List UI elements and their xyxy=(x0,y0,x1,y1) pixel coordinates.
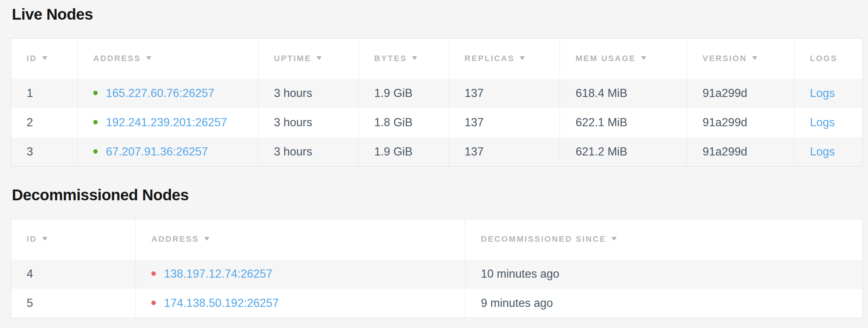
column-header-label: MEM USAGE xyxy=(576,54,636,63)
cell-replicas: 137 xyxy=(449,108,560,137)
decommissioned-nodes-section: Decommissioned Nodes ID ADDRESS DECOMMIS… xyxy=(11,186,862,318)
sort-caret-icon xyxy=(146,56,151,60)
decommissioned-status-dot-icon xyxy=(151,271,156,276)
cell-mem-usage: 618.4 MiB xyxy=(560,79,687,108)
column-header-replicas[interactable]: REPLICAS xyxy=(449,39,560,79)
sort-caret-icon xyxy=(316,56,322,60)
column-header-bytes[interactable]: BYTES xyxy=(359,39,449,79)
live-nodes-header-row: ID ADDRESS UPTIME BYTES REPLICAS MEM USA… xyxy=(11,39,863,79)
column-header-label: ADDRESS xyxy=(151,234,199,244)
column-header-id[interactable]: ID xyxy=(11,219,136,260)
cell-version: 91a299d xyxy=(687,108,794,137)
column-header-logs: LOGS xyxy=(794,39,863,79)
column-header-label: LOGS xyxy=(810,54,837,63)
cell-node-id: 3 xyxy=(11,137,78,167)
column-header-label: ADDRESS xyxy=(93,54,141,63)
cell-logs: Logs xyxy=(794,108,863,137)
live-nodes-section: Live Nodes ID ADDRESS UPTIME BYTES REPLI… xyxy=(11,5,862,167)
column-header-label: ID xyxy=(27,234,37,244)
cell-node-id: 5 xyxy=(11,289,136,318)
live-status-dot-icon xyxy=(93,120,98,124)
column-header-version[interactable]: VERSION xyxy=(687,39,794,79)
cell-version: 91a299d xyxy=(687,79,794,108)
cell-mem-usage: 622.1 MiB xyxy=(560,108,687,137)
cell-uptime: 3 hours xyxy=(258,108,359,137)
cell-uptime: 3 hours xyxy=(258,79,359,108)
decommissioned-nodes-heading: Decommissioned Nodes xyxy=(12,186,862,204)
table-row: 3 67.207.91.36:26257 3 hours 1.9 GiB 137… xyxy=(11,137,863,167)
column-header-mem-usage[interactable]: MEM USAGE xyxy=(560,39,687,79)
node-address-link[interactable]: 174.138.50.192:26257 xyxy=(164,297,279,309)
table-row: 5 174.138.50.192:26257 9 minutes ago xyxy=(11,289,863,318)
live-status-dot-icon xyxy=(93,91,98,95)
sort-caret-icon xyxy=(752,56,757,60)
live-nodes-heading: Live Nodes xyxy=(12,5,862,24)
column-header-address[interactable]: ADDRESS xyxy=(78,39,258,79)
cell-decommissioned-since: 9 minutes ago xyxy=(465,289,863,318)
column-header-label: ID xyxy=(27,54,37,63)
column-header-label: UPTIME xyxy=(274,54,311,63)
cell-node-address: 138.197.12.74:26257 xyxy=(136,260,465,289)
cell-node-address: 165.227.60.76:26257 xyxy=(78,79,258,108)
column-header-uptime[interactable]: UPTIME xyxy=(258,39,359,79)
node-address-link[interactable]: 165.227.60.76:26257 xyxy=(106,87,214,100)
decommissioned-status-dot-icon xyxy=(151,301,156,305)
cell-mem-usage: 621.2 MiB xyxy=(560,137,687,167)
node-address-link[interactable]: 67.207.91.36:26257 xyxy=(106,145,208,158)
column-header-label: VERSION xyxy=(703,54,747,63)
cell-node-id: 4 xyxy=(11,260,136,289)
sort-caret-icon xyxy=(520,56,525,60)
sort-caret-icon xyxy=(42,237,47,241)
sort-caret-icon xyxy=(412,56,417,60)
node-address-link[interactable]: 192.241.239.201:26257 xyxy=(106,116,227,129)
decommissioned-nodes-table: ID ADDRESS DECOMMISSIONED SINCE 4 138.19… xyxy=(11,219,863,318)
live-nodes-table: ID ADDRESS UPTIME BYTES REPLICAS MEM USA… xyxy=(11,38,863,167)
sort-caret-icon xyxy=(611,237,617,241)
sort-caret-icon xyxy=(42,56,47,60)
column-header-address[interactable]: ADDRESS xyxy=(136,219,465,260)
cell-logs: Logs xyxy=(794,79,863,108)
sort-caret-icon xyxy=(204,237,210,241)
column-header-label: DECOMMISSIONED SINCE xyxy=(481,234,606,244)
column-header-label: BYTES xyxy=(374,54,407,63)
cell-version: 91a299d xyxy=(687,137,794,167)
cell-node-address: 174.138.50.192:26257 xyxy=(136,289,465,318)
table-row: 4 138.197.12.74:26257 10 minutes ago xyxy=(11,260,863,289)
cell-node-address: 192.241.239.201:26257 xyxy=(78,108,258,137)
cell-bytes: 1.9 GiB xyxy=(359,137,449,167)
live-status-dot-icon xyxy=(93,149,98,154)
column-header-decommissioned-since[interactable]: DECOMMISSIONED SINCE xyxy=(465,219,863,260)
node-logs-link[interactable]: Logs xyxy=(810,116,835,129)
table-row: 2 192.241.239.201:26257 3 hours 1.8 GiB … xyxy=(11,108,863,137)
cell-node-address: 67.207.91.36:26257 xyxy=(78,137,258,167)
cell-node-id: 2 xyxy=(11,108,78,137)
cell-logs: Logs xyxy=(794,137,863,167)
cell-decommissioned-since: 10 minutes ago xyxy=(465,260,863,289)
cell-replicas: 137 xyxy=(449,79,560,108)
cell-bytes: 1.9 GiB xyxy=(359,79,449,108)
cell-node-id: 1 xyxy=(11,79,78,108)
table-row: 1 165.227.60.76:26257 3 hours 1.9 GiB 13… xyxy=(11,79,863,108)
cell-replicas: 137 xyxy=(449,137,560,167)
node-logs-link[interactable]: Logs xyxy=(810,145,835,158)
decommissioned-nodes-header-row: ID ADDRESS DECOMMISSIONED SINCE xyxy=(11,219,863,260)
cell-bytes: 1.8 GiB xyxy=(359,108,449,137)
node-address-link[interactable]: 138.197.12.74:26257 xyxy=(164,267,272,280)
cell-uptime: 3 hours xyxy=(258,137,359,167)
column-header-label: REPLICAS xyxy=(465,54,515,63)
node-logs-link[interactable]: Logs xyxy=(810,87,835,100)
sort-caret-icon xyxy=(641,56,646,60)
column-header-id[interactable]: ID xyxy=(11,39,78,79)
